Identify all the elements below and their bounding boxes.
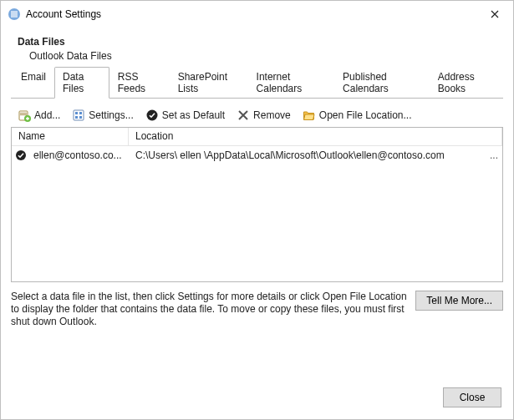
remove-button[interactable]: Remove xyxy=(233,107,294,124)
hint-text: Select a data file in the list, then cli… xyxy=(11,291,407,328)
svg-rect-4 xyxy=(20,114,27,115)
svg-rect-8 xyxy=(79,112,82,114)
check-circle-icon xyxy=(145,109,159,122)
column-header-location[interactable]: Location xyxy=(129,128,502,145)
default-check-icon xyxy=(14,149,28,162)
svg-rect-1 xyxy=(11,11,18,18)
page-title: Data Files xyxy=(18,36,496,48)
tab-sharepoint-lists[interactable]: SharePoint Lists xyxy=(170,67,248,99)
set-default-button[interactable]: Set as Default xyxy=(142,107,228,124)
open-file-location-label: Open File Location... xyxy=(319,109,412,121)
app-icon xyxy=(8,8,21,21)
tab-address-books[interactable]: Address Books xyxy=(430,67,503,99)
tab-published-calendars[interactable]: Published Calendars xyxy=(334,67,430,99)
title-bar: Account Settings xyxy=(1,1,513,28)
tab-rss-feeds[interactable]: RSS Feeds xyxy=(109,67,170,99)
tab-internet-calendars[interactable]: Internet Calendars xyxy=(248,67,335,99)
set-default-label: Set as Default xyxy=(162,109,225,121)
table-row[interactable]: ellen@contoso.co... C:\Users\ ellen \App… xyxy=(12,146,502,164)
close-icon xyxy=(491,10,499,18)
svg-rect-10 xyxy=(79,116,82,119)
svg-rect-9 xyxy=(75,116,78,119)
settings-icon xyxy=(72,109,85,122)
settings-button[interactable]: Settings... xyxy=(69,107,136,124)
window-title: Account Settings xyxy=(26,8,101,20)
add-icon xyxy=(18,109,31,122)
add-button[interactable]: Add... xyxy=(14,107,64,124)
remove-label: Remove xyxy=(253,109,291,121)
toolbar: Add... Settings... Set as Default Remove… xyxy=(11,104,503,127)
list-header: Name Location xyxy=(12,128,502,146)
svg-rect-3 xyxy=(20,113,27,114)
page-subtitle: Outlook Data Files xyxy=(18,50,496,62)
tab-data-files[interactable]: Data Files xyxy=(54,67,109,99)
row-ellipsis: ... xyxy=(486,149,502,161)
settings-label: Settings... xyxy=(89,109,133,121)
svg-rect-7 xyxy=(75,112,78,114)
remove-icon xyxy=(237,109,250,122)
folder-open-icon xyxy=(303,109,316,122)
row-location: C:\Users\ ellen \AppData\Local\Microsoft… xyxy=(129,149,486,161)
tab-strip: Email Data Files RSS Feeds SharePoint Li… xyxy=(11,78,503,99)
tab-email[interactable]: Email xyxy=(13,67,54,99)
tell-me-more-button[interactable]: Tell Me More... xyxy=(415,291,503,311)
data-file-list: Name Location ellen@contoso.co... C:\Use… xyxy=(11,127,503,282)
window-close-button[interactable] xyxy=(476,1,513,28)
add-label: Add... xyxy=(34,109,60,121)
row-name: ellen@contoso.co... xyxy=(30,149,129,161)
open-file-location-button[interactable]: Open File Location... xyxy=(299,107,415,124)
close-button[interactable]: Close xyxy=(443,387,501,407)
column-header-name[interactable]: Name xyxy=(12,128,129,145)
svg-rect-6 xyxy=(74,110,84,120)
